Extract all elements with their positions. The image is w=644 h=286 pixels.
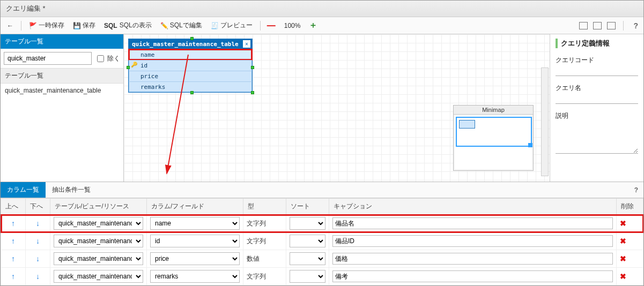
preview-icon: 🧾 [211, 22, 218, 29]
main-toolbar: ← 🚩 一時保存 💾 保存 SQL SQLの表示 ✏️ SQLで編集 🧾 プレビ… [1, 17, 643, 34]
grid-row: ↑↓quick_master_maintenancprice数値✖ [1, 250, 643, 268]
exclude-checkbox-label[interactable]: 除く [95, 54, 120, 64]
window-title: クエリ編集 * [1, 1, 643, 17]
edit-sql-button[interactable]: ✏️ SQLで編集 [157, 19, 205, 32]
minimap-viewport[interactable] [456, 117, 532, 147]
grid-header-caption: キャプション [329, 199, 617, 215]
table-filter-input[interactable] [4, 52, 92, 65]
minimap-resize-handle-icon[interactable] [528, 143, 532, 147]
show-sql-button[interactable]: SQL SQLの表示 [101, 19, 155, 32]
zoom-level: 100% [280, 22, 305, 29]
zoom-out-button[interactable]: — [265, 21, 278, 31]
exclude-checkbox[interactable] [97, 55, 104, 62]
grid-header-table: テーブル/ビュー/リソース [50, 199, 147, 215]
sort-select[interactable] [290, 235, 325, 247]
resize-handle-icon[interactable] [251, 91, 254, 94]
resize-handle-icon[interactable] [251, 66, 254, 69]
column-select[interactable]: id [150, 235, 240, 247]
minimap[interactable]: Minimap [453, 105, 534, 171]
arrow-left-icon: ← [7, 22, 13, 29]
table-select[interactable]: quick_master_maintenanc [54, 270, 143, 283]
delete-row-button[interactable]: ✖ [620, 272, 626, 281]
save-button[interactable]: 💾 保存 [70, 19, 99, 32]
query-desc-textarea[interactable] [556, 122, 638, 154]
main-body: テーブル一覧 除く テーブル一覧 quick_master_maintenanc… [1, 34, 643, 182]
bottom-tabbar: カラム一覧 抽出条件一覧 ? [1, 182, 643, 198]
sql-prefix: SQL [104, 22, 117, 29]
table-list-item[interactable]: quick_master_maintenance_table [1, 84, 123, 97]
caption-input[interactable] [332, 253, 613, 265]
table-select[interactable]: quick_master_maintenanc [54, 217, 143, 230]
grid-header-sort: ソート [286, 199, 329, 215]
toolbar-separator [21, 21, 21, 31]
temp-save-label: 一時保存 [39, 21, 64, 30]
save-label: 保存 [83, 21, 95, 30]
move-down-button[interactable]: ↓ [29, 219, 47, 228]
tab-conditions[interactable]: 抽出条件一覧 [46, 182, 97, 198]
move-up-button[interactable]: ↑ [4, 254, 22, 263]
resize-handle-icon[interactable] [190, 91, 194, 94]
entity-field[interactable]: name [129, 49, 252, 60]
delete-row-button[interactable]: ✖ [620, 237, 626, 245]
move-down-button[interactable]: ↓ [29, 254, 47, 263]
right-pane: クエリ定義情報 クエリコード クエリ名 説明 [550, 34, 643, 182]
bottom-panel: カラム一覧 抽出条件一覧 ? 上へ 下へ テーブル/ビュー/リソース カラム/フ… [1, 182, 643, 285]
delete-row-button[interactable]: ✖ [620, 254, 626, 263]
caption-input[interactable] [332, 217, 613, 229]
zoom-in-button[interactable]: ＋ [307, 20, 320, 31]
query-code-input[interactable] [556, 66, 638, 76]
tab-columns[interactable]: カラム一覧 [1, 182, 46, 198]
temp-save-button[interactable]: 🚩 一時保存 [26, 19, 68, 32]
table-select[interactable]: quick_master_maintenanc [54, 235, 143, 247]
back-button[interactable]: ← [4, 20, 17, 31]
help-button[interactable]: ? [631, 21, 640, 30]
entity-box[interactable]: quick_master_maintenance_table ✕ name id… [128, 39, 253, 93]
move-up-button[interactable]: ↑ [4, 237, 22, 245]
grid-row: ↑↓quick_master_maintenancname文字列✖ [1, 215, 643, 232]
column-select[interactable]: name [150, 217, 240, 230]
sort-select[interactable] [290, 252, 325, 265]
move-down-button[interactable]: ↓ [29, 272, 47, 281]
diagram-canvas[interactable]: quick_master_maintenance_table ✕ name id… [124, 34, 550, 182]
move-down-button[interactable]: ↓ [29, 237, 47, 245]
column-select[interactable]: remarks [150, 270, 240, 283]
left-pane-header: テーブル一覧 [1, 34, 123, 49]
canvas-scrollbar[interactable] [541, 67, 549, 176]
entity-field[interactable]: price [129, 71, 252, 81]
table-list: quick_master_maintenance_table [1, 84, 123, 182]
toolbar-separator [623, 21, 624, 31]
entity-field[interactable]: id [129, 60, 252, 71]
preview-button[interactable]: 🧾 プレビュー [208, 19, 256, 32]
app-root: クエリ編集 * ← 🚩 一時保存 💾 保存 SQL SQLの表示 ✏️ SQLで… [0, 0, 644, 286]
resize-handle-icon[interactable] [127, 66, 130, 69]
caption-input[interactable] [332, 235, 613, 247]
layout-view-icon[interactable] [607, 22, 616, 29]
entity-close-button[interactable]: ✕ [243, 40, 250, 48]
layout-view-icon[interactable] [593, 22, 602, 29]
sort-select[interactable] [290, 217, 325, 230]
query-name-input[interactable] [556, 94, 638, 104]
toolbar-right-group: ? [579, 21, 640, 31]
entity-title-text: quick_master_maintenance_table [132, 41, 239, 48]
grid-header-row: 上へ 下へ テーブル/ビュー/リソース カラム/フィールド 型 ソート キャプシ… [1, 199, 643, 215]
query-code-label: クエリコード [556, 56, 638, 65]
move-up-button[interactable]: ↑ [4, 219, 22, 228]
table-list-subheader: テーブル一覧 [1, 68, 123, 84]
table-select[interactable]: quick_master_maintenanc [54, 252, 143, 265]
type-cell: 数値 [243, 250, 286, 268]
delete-row-button[interactable]: ✖ [620, 219, 626, 228]
caption-input[interactable] [332, 270, 613, 282]
resize-handle-icon[interactable] [190, 37, 194, 40]
flag-icon: 🚩 [29, 22, 36, 29]
minimap-body[interactable] [455, 116, 532, 169]
bottom-help-button[interactable]: ? [629, 184, 643, 196]
layout-view-icon[interactable] [579, 22, 588, 29]
move-up-button[interactable]: ↑ [4, 272, 22, 281]
column-select[interactable]: price [150, 252, 240, 265]
sort-select[interactable] [290, 270, 325, 283]
entity-field[interactable]: remarks [129, 81, 252, 92]
filter-row: 除く [1, 49, 123, 68]
entity-title: quick_master_maintenance_table ✕ [129, 39, 252, 49]
minimap-title: Minimap [454, 106, 533, 115]
type-cell: 文字列 [243, 215, 286, 232]
